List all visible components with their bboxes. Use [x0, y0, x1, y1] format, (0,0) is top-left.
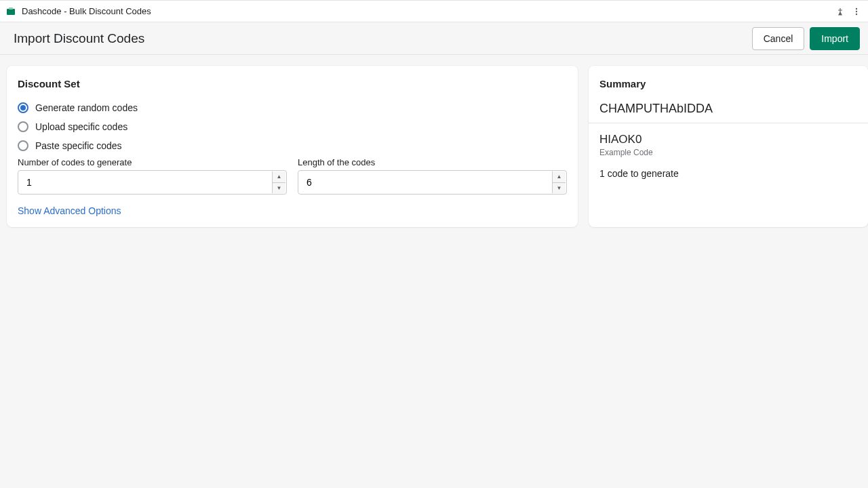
length-input-wrap: ▲ ▼: [298, 170, 567, 195]
app-bar-right: [835, 7, 863, 16]
example-code: HIAOK0: [599, 133, 857, 146]
num-codes-input[interactable]: [18, 171, 286, 194]
summary-title: Summary: [599, 78, 857, 89]
import-button[interactable]: Import: [810, 27, 860, 50]
app-bar-left: Dashcode - Bulk Discount Codes: [5, 6, 151, 17]
show-advanced-link[interactable]: Show Advanced Options: [18, 205, 121, 216]
radio-label: Upload specific codes: [35, 121, 127, 132]
cancel-button[interactable]: Cancel: [752, 27, 805, 50]
num-codes-input-wrap: ▲ ▼: [18, 170, 287, 195]
length-spinner: ▲ ▼: [552, 171, 566, 193]
num-codes-up-button[interactable]: ▲: [273, 171, 285, 183]
app-title: Dashcode - Bulk Discount Codes: [22, 6, 151, 16]
generate-info: 1 code to generate: [599, 168, 857, 179]
content: Discount Set Generate random codes Uploa…: [0, 55, 868, 227]
radio-icon: [18, 121, 28, 132]
summary-body: HIAOK0 Example Code 1 code to generate: [589, 123, 868, 191]
more-icon[interactable]: [852, 7, 861, 16]
header-actions: Cancel Import: [752, 27, 860, 50]
length-input[interactable]: [298, 171, 566, 194]
discount-set-card: Discount Set Generate random codes Uploa…: [7, 66, 578, 227]
svg-rect-0: [7, 9, 15, 15]
num-codes-spinner: ▲ ▼: [272, 171, 285, 193]
svg-point-4: [856, 13, 857, 14]
length-down-button[interactable]: ▼: [553, 183, 566, 194]
radio-label: Paste specific codes: [35, 140, 122, 151]
pin-icon[interactable]: [835, 7, 845, 16]
radio-upload-specific[interactable]: Upload specific codes: [18, 119, 567, 134]
radio-generate-random[interactable]: Generate random codes: [18, 100, 567, 115]
app-bar: Dashcode - Bulk Discount Codes: [0, 0, 868, 22]
svg-point-2: [856, 7, 857, 9]
app-logo-icon: [5, 6, 16, 17]
code-source-radio-group: Generate random codes Upload specific co…: [18, 100, 567, 153]
page-header: Import Discount Codes Cancel Import: [0, 22, 868, 55]
svg-point-3: [856, 10, 857, 12]
radio-icon: [18, 140, 28, 151]
discount-set-title: Discount Set: [18, 78, 567, 89]
num-codes-down-button[interactable]: ▼: [273, 183, 285, 194]
num-codes-col: Number of codes to generate ▲ ▼: [18, 157, 287, 195]
length-label: Length of the codes: [298, 157, 567, 167]
summary-discount-name: CHAMPUTHAbIDDA: [599, 102, 857, 116]
page-title: Import Discount Codes: [14, 31, 144, 46]
example-code-label: Example Code: [599, 148, 857, 157]
radio-icon: [18, 102, 28, 113]
radio-label: Generate random codes: [35, 102, 138, 113]
length-up-button[interactable]: ▲: [553, 171, 566, 183]
length-col: Length of the codes ▲ ▼: [298, 157, 567, 195]
svg-rect-1: [9, 7, 13, 9]
summary-card: Summary CHAMPUTHAbIDDA HIAOK0 Example Co…: [589, 66, 868, 227]
inputs-row: Number of codes to generate ▲ ▼ Length o…: [18, 157, 567, 195]
summary-head: Summary CHAMPUTHAbIDDA: [589, 66, 868, 123]
num-codes-label: Number of codes to generate: [18, 157, 287, 167]
radio-paste-specific[interactable]: Paste specific codes: [18, 138, 567, 153]
